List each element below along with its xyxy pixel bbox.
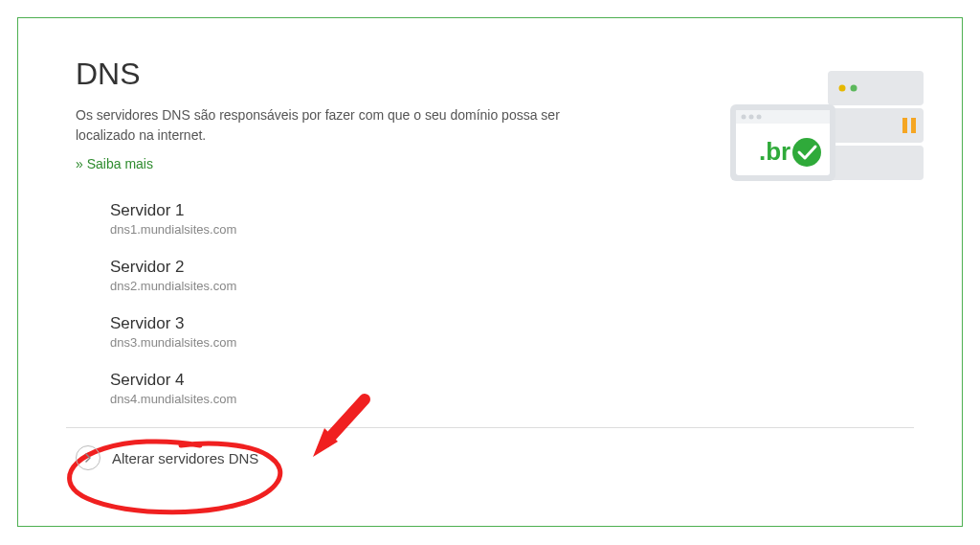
- svg-point-12: [757, 115, 762, 120]
- server-label: Servidor 3: [110, 314, 904, 333]
- svg-point-11: [749, 115, 754, 120]
- change-dns-label: Alterar servidores DNS: [112, 450, 258, 466]
- dns-illustration: .br: [713, 47, 933, 210]
- svg-rect-6: [828, 146, 924, 180]
- learn-more-prefix: »: [76, 156, 87, 171]
- dns-panel: DNS Os servidores DNS são responsáveis p…: [17, 17, 963, 527]
- server-list: Servidor 1 dns1.mundialsites.com Servido…: [110, 201, 904, 406]
- svg-rect-5: [911, 118, 916, 133]
- learn-more-text: Saiba mais: [87, 156, 153, 171]
- server-value: dns1.mundialsites.com: [110, 222, 904, 237]
- server-item: Servidor 4 dns4.mundialsites.com: [110, 371, 904, 406]
- learn-more-link[interactable]: » Saiba mais: [76, 156, 153, 171]
- svg-rect-4: [902, 118, 907, 133]
- svg-rect-3: [828, 108, 924, 143]
- server-item: Servidor 2 dns2.mundialsites.com: [110, 258, 904, 293]
- divider: [66, 427, 914, 428]
- server-label: Servidor 4: [110, 371, 904, 390]
- svg-point-2: [851, 85, 858, 92]
- br-label-icon: .br: [759, 137, 791, 166]
- chevron-right-icon: [76, 445, 100, 470]
- svg-point-1: [839, 85, 846, 92]
- server-item: Servidor 3 dns3.mundialsites.com: [110, 314, 904, 350]
- dns-description: Os servidores DNS são responsáveis por f…: [76, 105, 583, 146]
- svg-point-13: [792, 138, 821, 167]
- server-value: dns4.mundialsites.com: [110, 392, 904, 406]
- change-dns-servers-button[interactable]: Alterar servidores DNS: [76, 445, 904, 470]
- server-value: dns2.mundialsites.com: [110, 279, 904, 293]
- server-label: Servidor 2: [110, 258, 904, 277]
- server-value: dns3.mundialsites.com: [110, 335, 904, 350]
- svg-point-10: [742, 115, 746, 120]
